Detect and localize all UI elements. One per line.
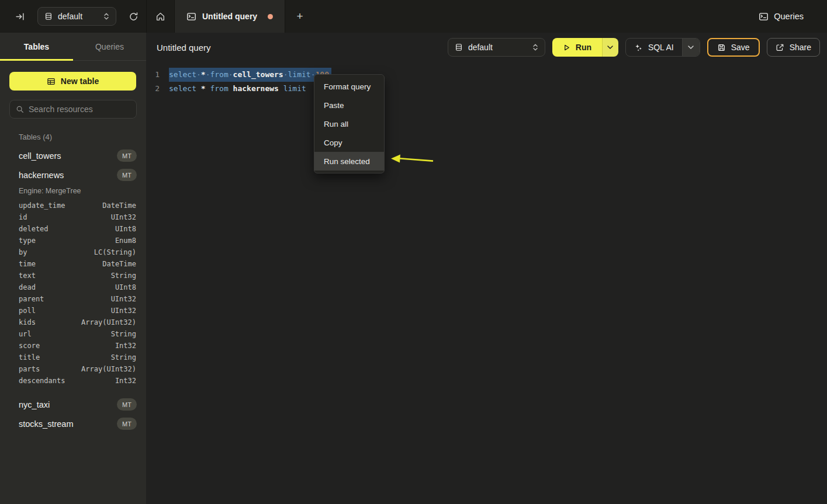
menu-item-run-all[interactable]: Run all: [314, 114, 384, 133]
table-row-nyc-taxi[interactable]: nyc_taxiMT: [0, 395, 146, 414]
menu-item-paste[interactable]: Paste: [314, 96, 384, 114]
column-row: parentUInt32: [0, 293, 146, 305]
column-name: title: [19, 353, 40, 362]
chevron-down-icon: [688, 46, 694, 49]
search-input[interactable]: [29, 105, 134, 114]
column-row: byLC(String): [0, 246, 146, 258]
sql-ai-options-button[interactable]: [682, 39, 700, 56]
table-row-hackernews[interactable]: hackernewsMT: [0, 165, 146, 185]
code-token: *: [201, 84, 206, 93]
column-row: deadUInt8: [0, 281, 146, 293]
line-number: 1: [146, 68, 160, 82]
editor-header: Untitled query default: [146, 33, 827, 62]
share-button-label: Share: [790, 43, 811, 52]
query-title: Untitled query: [157, 43, 211, 53]
code-content: select * from hackernews limit: [169, 82, 306, 96]
sidebar-tab-tables[interactable]: Tables: [0, 33, 73, 60]
home-icon: [155, 12, 165, 22]
code-token: ·: [229, 70, 233, 79]
column-name: score: [19, 342, 40, 350]
column-row: descendantsInt32: [0, 375, 146, 387]
column-type: Array(UInt32): [81, 365, 136, 373]
menu-item-copy[interactable]: Copy: [314, 133, 384, 152]
code-line[interactable]: 2select * from hackernews limit: [146, 82, 827, 96]
tab-untitled-query[interactable]: Untitled query: [174, 0, 285, 33]
column-row: idUInt32: [0, 211, 146, 223]
column-row: partsArray(UInt32): [0, 363, 146, 375]
table-row-cell-towers[interactable]: cell_towersMT: [0, 146, 146, 165]
code-token: hackernews: [233, 84, 279, 93]
engine-badge: MT: [117, 398, 137, 411]
topbar-database-selector[interactable]: default: [37, 7, 116, 26]
share-button[interactable]: Share: [767, 38, 820, 57]
topbar-left-section: default: [0, 0, 146, 33]
code-token: cell_towers: [233, 70, 283, 79]
column-type: String: [111, 330, 136, 338]
unsaved-changes-dot: [268, 14, 273, 19]
sidebar: Tables Queries New table Tables (4) cell…: [0, 33, 146, 504]
table-name: nyc_taxi: [19, 400, 50, 409]
code-content: select·*·from·cell_towers·limit·100: [169, 68, 329, 82]
column-type: Int32: [115, 342, 136, 350]
context-menu: Format queryPasteRun allCopyRun selected: [314, 74, 385, 173]
queries-link-label: Queries: [774, 12, 804, 21]
code-token: from: [210, 84, 228, 93]
new-tab-button[interactable]: +: [285, 0, 314, 33]
column-name: parts: [19, 365, 40, 373]
code-line[interactable]: 1select·*·from·cell_towers·limit·100: [146, 68, 827, 82]
run-options-button[interactable]: [602, 38, 618, 57]
code-token: from: [210, 70, 228, 79]
queries-link[interactable]: Queries: [759, 0, 827, 33]
database-icon: [44, 12, 53, 20]
menu-item-format-query[interactable]: Format query: [314, 77, 384, 96]
code-token: select: [169, 84, 196, 93]
topbar: default: [0, 0, 827, 33]
refresh-button[interactable]: [125, 8, 141, 25]
sparkles-icon: [634, 43, 643, 52]
column-name: parent: [19, 295, 44, 303]
chevron-updown-icon: [532, 43, 538, 51]
column-name: by: [19, 248, 27, 256]
chevron-updown-icon: [103, 12, 109, 20]
play-icon: [563, 44, 570, 51]
column-name: url: [19, 330, 32, 338]
column-row: timeDateTime: [0, 258, 146, 270]
tab-label: Untitled query: [202, 12, 257, 21]
column-row: deletedUInt8: [0, 223, 146, 235]
refresh-icon: [129, 12, 139, 22]
sidebar-tab-queries[interactable]: Queries: [73, 33, 146, 60]
column-name: dead: [19, 283, 36, 291]
code-token: [279, 84, 283, 93]
run-button[interactable]: Run: [552, 38, 602, 57]
query-database-selector[interactable]: default: [448, 38, 545, 57]
column-row: kidsArray(UInt32): [0, 317, 146, 328]
column-row: titleString: [0, 352, 146, 363]
column-type: DateTime: [102, 201, 136, 210]
column-type: UInt8: [115, 283, 136, 291]
column-type: String: [111, 272, 136, 280]
home-tab-button[interactable]: [146, 0, 174, 33]
menu-item-run-selected[interactable]: Run selected: [314, 152, 384, 171]
column-type: UInt8: [115, 225, 136, 233]
code-editor[interactable]: 1select·*·from·cell_towers·limit·1002sel…: [146, 68, 827, 96]
save-button[interactable]: Save: [707, 38, 760, 57]
collapse-sidebar-button[interactable]: [12, 8, 28, 25]
new-table-button[interactable]: New table: [9, 72, 136, 91]
sql-ai-button[interactable]: SQL AI: [626, 39, 682, 56]
sql-ai-label: SQL AI: [648, 43, 674, 52]
column-row: update_timeDateTime: [0, 200, 146, 211]
column-name: deleted: [19, 225, 49, 233]
table-row-stocks-stream[interactable]: stocks_streamMT: [0, 414, 146, 433]
table-columns: update_timeDateTimeidUInt32deletedUInt8t…: [0, 200, 146, 395]
column-name: poll: [19, 307, 36, 315]
code-token: limit: [283, 84, 306, 93]
column-name: time: [19, 260, 36, 268]
collapse-sidebar-icon: [15, 12, 25, 22]
search-icon: [16, 105, 24, 113]
column-type: UInt32: [111, 213, 136, 221]
column-type: UInt32: [111, 295, 136, 303]
column-type: LC(String): [94, 248, 136, 256]
engine-badge: MT: [117, 150, 137, 162]
tab-strip: Untitled query +: [146, 0, 314, 33]
table-name: hackernews: [19, 171, 64, 180]
